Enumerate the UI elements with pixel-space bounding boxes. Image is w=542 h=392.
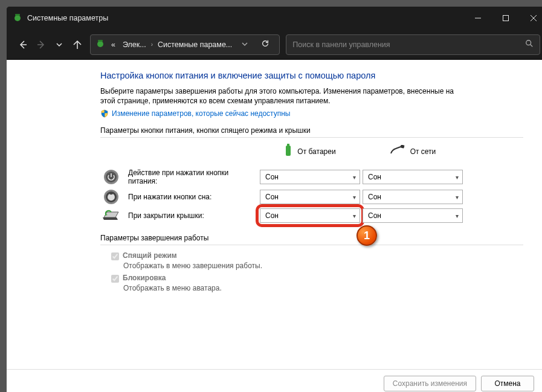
separator <box>100 245 523 245</box>
shield-icon <box>100 109 109 118</box>
col-header-battery: От батареи <box>260 144 360 165</box>
svg-rect-3 <box>503 16 509 21</box>
row-lid-close-label: При закрытии крышки: <box>100 209 257 222</box>
page-title: Настройка кнопок питания и включение защ… <box>100 71 523 80</box>
opt-lock-desc: Отображать в меню аватара. <box>123 284 523 292</box>
row-sleep-button-label: При нажатии кнопки сна: <box>100 189 257 205</box>
chevron-down-icon: ▾ <box>353 174 356 181</box>
combo-power-battery[interactable]: Сон▾ <box>260 170 360 184</box>
col-header-plugged-label: От сети <box>410 147 436 156</box>
opt-sleep-desc: Отображать в меню завершения работы. <box>123 262 523 270</box>
opt-sleep-label: Спящий режим <box>123 251 177 260</box>
nav-toolbar: « Элек... › Системные параме... <box>7 30 542 60</box>
section-buttons-lid-label: Параметры кнопки питания, кнопки спящего… <box>100 126 523 135</box>
section-shutdown-label: Параметры завершения работы <box>100 234 523 242</box>
laptop-lid-icon <box>100 209 122 222</box>
save-button[interactable]: Сохранить изменения <box>384 376 476 391</box>
plug-icon <box>390 145 405 158</box>
forward-button[interactable] <box>32 35 50 54</box>
crumb-2[interactable]: Системные параме... <box>154 38 236 51</box>
app-icon <box>13 13 22 24</box>
footer: Сохранить изменения Отмена <box>7 369 542 392</box>
chevron-down-icon: ▾ <box>353 194 356 201</box>
close-button[interactable] <box>520 7 542 30</box>
maximize-button[interactable] <box>492 7 520 30</box>
svg-rect-1 <box>15 14 20 16</box>
search-input[interactable] <box>292 40 525 49</box>
svg-rect-10 <box>98 40 103 42</box>
page-description: Выберите параметры завершения работы для… <box>100 86 469 106</box>
combo-power-plugged[interactable]: Сон▾ <box>363 170 463 184</box>
minimize-button[interactable] <box>464 7 492 30</box>
svg-rect-14 <box>287 144 289 146</box>
admin-settings-link[interactable]: Изменение параметров, которые сейчас нед… <box>112 109 291 118</box>
separator <box>100 137 523 138</box>
combo-lid-plugged[interactable]: Сон▾ <box>363 208 463 223</box>
search-box[interactable] <box>286 34 540 55</box>
col-header-plugged: От сети <box>363 145 463 164</box>
chevron-down-icon: ▾ <box>456 194 459 201</box>
svg-rect-13 <box>286 146 291 156</box>
combo-lid-battery[interactable]: Сон▾ <box>260 208 360 223</box>
chevron-down-icon: ▾ <box>456 213 459 219</box>
highlighted-combo-wrapper: Сон▾ 1 <box>260 208 360 223</box>
refresh-button[interactable] <box>254 39 277 50</box>
window-frame: Системные параметры « Элек... › Системны… <box>6 6 542 392</box>
battery-icon <box>284 144 292 159</box>
power-grid: От батареи От сети Действие при нажатии … <box>100 144 523 223</box>
window-title: Системные параметры <box>27 14 464 22</box>
crumb-1[interactable]: Элек... <box>119 38 150 51</box>
chevron-down-icon: ▾ <box>456 174 459 181</box>
up-button[interactable] <box>68 35 86 54</box>
back-button[interactable] <box>14 35 32 54</box>
checkbox-lock <box>111 275 119 283</box>
chevron-right-icon: › <box>150 41 154 48</box>
location-icon <box>95 39 105 51</box>
checkbox-sleep <box>111 252 119 260</box>
svg-point-0 <box>15 15 21 21</box>
titlebar: Системные параметры <box>7 7 542 30</box>
address-bar[interactable]: « Элек... › Системные параме... <box>90 34 280 55</box>
history-dropdown[interactable] <box>50 35 68 54</box>
search-icon[interactable] <box>525 39 534 50</box>
svg-rect-15 <box>400 145 404 149</box>
svg-point-11 <box>526 40 531 45</box>
combo-sleep-plugged[interactable]: Сон▾ <box>363 190 463 204</box>
combo-sleep-battery[interactable]: Сон▾ <box>260 190 360 204</box>
opt-lock-label: Блокировка <box>123 274 166 282</box>
svg-point-9 <box>97 41 103 47</box>
power-button-icon <box>100 169 122 185</box>
admin-link-row: Изменение параметров, которые сейчас нед… <box>100 109 523 118</box>
sleep-button-icon <box>100 189 122 205</box>
chevron-down-icon: ▾ <box>353 213 356 219</box>
address-dropdown[interactable] <box>236 41 254 48</box>
col-header-battery-label: От батареи <box>297 147 335 156</box>
row-power-button-label: Действие при нажатии кнопки питания: <box>100 169 257 185</box>
content-area: Настройка кнопок питания и включение защ… <box>7 60 542 392</box>
crumb-prefix[interactable]: « <box>108 38 119 51</box>
cancel-button[interactable]: Отмена <box>481 376 534 391</box>
svg-line-12 <box>531 45 533 47</box>
